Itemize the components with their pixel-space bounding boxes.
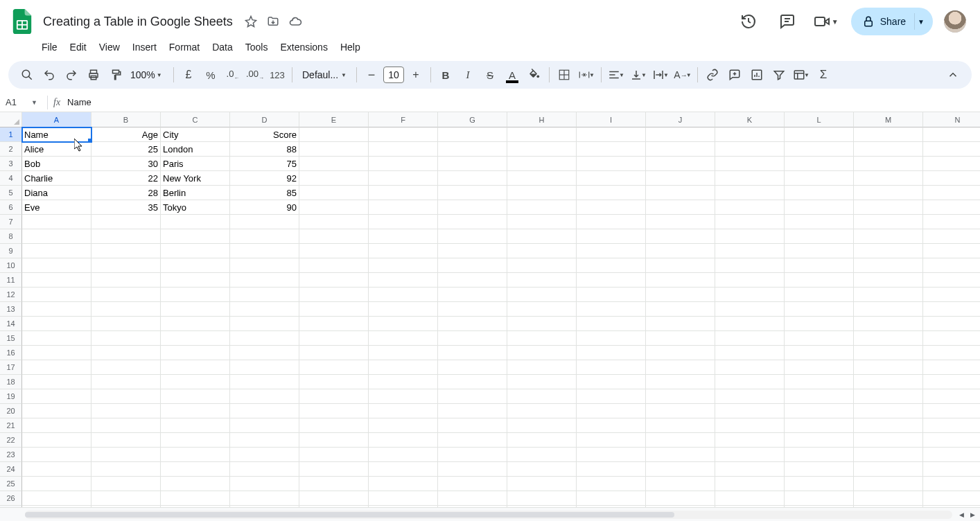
column-header[interactable]: L bbox=[785, 112, 854, 127]
text-wrap-icon[interactable]: ▼ bbox=[650, 64, 671, 85]
move-folder-icon[interactable] bbox=[265, 13, 281, 30]
cell[interactable] bbox=[369, 389, 438, 404]
cell[interactable] bbox=[91, 346, 161, 360]
cell[interactable]: Paris bbox=[161, 157, 230, 171]
cell[interactable] bbox=[715, 389, 785, 404]
cell[interactable] bbox=[369, 171, 438, 186]
cell[interactable] bbox=[22, 448, 91, 462]
cell[interactable] bbox=[230, 288, 299, 302]
cell[interactable] bbox=[646, 448, 715, 462]
cell[interactable] bbox=[299, 186, 369, 200]
cell[interactable] bbox=[230, 389, 299, 404]
cell[interactable] bbox=[577, 389, 646, 404]
cell[interactable] bbox=[161, 375, 230, 389]
cell[interactable] bbox=[785, 215, 854, 229]
cell[interactable] bbox=[299, 448, 369, 462]
formula-input[interactable]: Name bbox=[67, 96, 980, 109]
cell[interactable]: City bbox=[161, 127, 230, 142]
cell[interactable] bbox=[369, 142, 438, 157]
cell[interactable] bbox=[22, 404, 91, 418]
cell[interactable] bbox=[715, 418, 785, 433]
cell[interactable] bbox=[161, 346, 230, 360]
cell[interactable] bbox=[438, 215, 507, 229]
cell[interactable] bbox=[161, 433, 230, 448]
cell[interactable] bbox=[299, 331, 369, 346]
cell[interactable] bbox=[22, 273, 91, 288]
row-header[interactable]: 15 bbox=[0, 331, 22, 346]
cell[interactable] bbox=[507, 375, 577, 389]
cell[interactable] bbox=[230, 433, 299, 448]
cell[interactable] bbox=[577, 462, 646, 477]
cell[interactable] bbox=[715, 462, 785, 477]
cell[interactable] bbox=[299, 462, 369, 477]
cell[interactable] bbox=[161, 215, 230, 229]
cell[interactable] bbox=[230, 462, 299, 477]
cell[interactable] bbox=[507, 302, 577, 317]
cell[interactable] bbox=[715, 215, 785, 229]
cell[interactable] bbox=[22, 418, 91, 433]
menu-edit[interactable]: Edit bbox=[64, 39, 92, 55]
cell[interactable] bbox=[646, 433, 715, 448]
cell[interactable] bbox=[91, 317, 161, 331]
cell[interactable] bbox=[646, 215, 715, 229]
cell[interactable] bbox=[161, 258, 230, 273]
cell[interactable] bbox=[299, 375, 369, 389]
cell[interactable] bbox=[438, 448, 507, 462]
cell[interactable] bbox=[785, 142, 854, 157]
cell[interactable] bbox=[161, 418, 230, 433]
cell[interactable] bbox=[438, 288, 507, 302]
cell[interactable] bbox=[923, 273, 980, 288]
cell[interactable]: 75 bbox=[230, 157, 299, 171]
cell[interactable] bbox=[577, 288, 646, 302]
cell[interactable] bbox=[785, 477, 854, 491]
merge-cells-icon[interactable]: ▼ bbox=[576, 64, 597, 85]
comments-icon[interactable] bbox=[773, 8, 801, 35]
cell[interactable] bbox=[299, 127, 369, 142]
cell[interactable] bbox=[91, 360, 161, 375]
cell[interactable] bbox=[785, 317, 854, 331]
cell[interactable] bbox=[854, 215, 923, 229]
cell[interactable] bbox=[715, 288, 785, 302]
cell[interactable] bbox=[438, 142, 507, 157]
row-header[interactable]: 23 bbox=[0, 448, 22, 462]
insert-link-icon[interactable] bbox=[702, 64, 723, 85]
cell[interactable] bbox=[854, 229, 923, 244]
cell[interactable] bbox=[299, 142, 369, 157]
cell[interactable] bbox=[369, 462, 438, 477]
cell[interactable] bbox=[785, 360, 854, 375]
cell[interactable] bbox=[923, 389, 980, 404]
cell[interactable] bbox=[785, 389, 854, 404]
cell[interactable] bbox=[923, 462, 980, 477]
cell[interactable] bbox=[577, 491, 646, 506]
cell[interactable] bbox=[91, 462, 161, 477]
cell[interactable] bbox=[507, 200, 577, 215]
cell[interactable] bbox=[715, 404, 785, 418]
cell[interactable] bbox=[22, 491, 91, 506]
cell[interactable] bbox=[22, 433, 91, 448]
font-select[interactable]: Defaul...▼ bbox=[297, 69, 352, 80]
cell[interactable] bbox=[507, 229, 577, 244]
cell[interactable] bbox=[507, 171, 577, 186]
cell[interactable] bbox=[299, 200, 369, 215]
cell[interactable] bbox=[923, 477, 980, 491]
cell[interactable] bbox=[646, 477, 715, 491]
cell[interactable]: Alice bbox=[22, 142, 91, 157]
cell[interactable] bbox=[22, 375, 91, 389]
cell[interactable] bbox=[646, 491, 715, 506]
menu-tools[interactable]: Tools bbox=[240, 39, 274, 55]
cell[interactable]: 90 bbox=[230, 200, 299, 215]
cell[interactable] bbox=[507, 346, 577, 360]
cell[interactable] bbox=[22, 317, 91, 331]
cell[interactable] bbox=[299, 477, 369, 491]
cell[interactable] bbox=[785, 462, 854, 477]
cell[interactable] bbox=[230, 404, 299, 418]
cell[interactable] bbox=[923, 418, 980, 433]
cell[interactable] bbox=[369, 200, 438, 215]
column-header[interactable]: E bbox=[299, 112, 369, 127]
column-header[interactable]: H bbox=[507, 112, 577, 127]
cell[interactable] bbox=[438, 186, 507, 200]
cell[interactable] bbox=[91, 331, 161, 346]
cell[interactable]: Diana bbox=[22, 186, 91, 200]
cell[interactable] bbox=[715, 142, 785, 157]
cell[interactable] bbox=[577, 404, 646, 418]
